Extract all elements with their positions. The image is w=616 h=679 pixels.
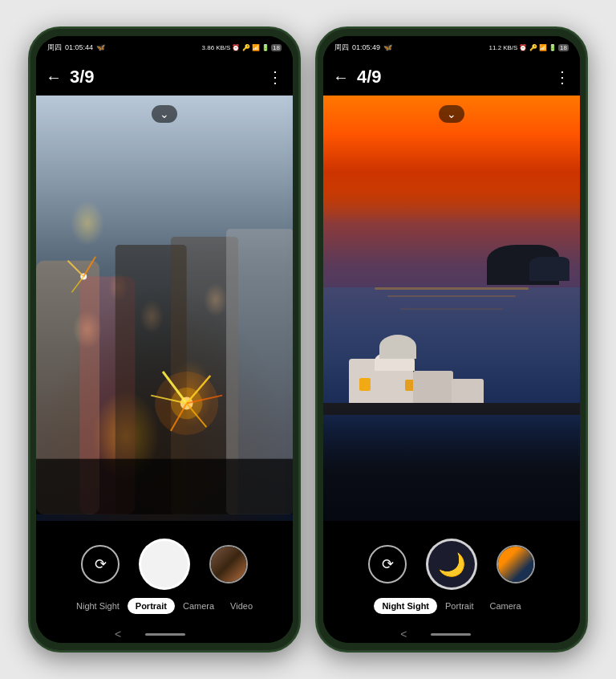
status-right-right: 11.2 KB/S ⏰ 🔑 📶 🔋 18 [489,44,569,51]
time-left: 01:05:44 [65,43,93,51]
more-button-right[interactable]: ⋮ [554,67,570,87]
thumbnail-image-right [498,547,533,582]
data-unit-left: KB/S [216,44,230,51]
notification-count-left: 18 [271,44,282,51]
flip-camera-button-left[interactable]: ⟳ [81,545,120,583]
thumbnail-image-left [211,547,246,582]
top-nav-right: ← 4/9 ⋮ [323,59,580,96]
status-bar-left: 周四 01:05:44 🦋 3.86 KB/S ⏰ 🔑 📶 🔋 18 [36,36,293,59]
back-gesture-right[interactable]: < [400,628,407,640]
svg-rect-18 [36,459,293,514]
photo-sunset [323,96,580,521]
sparkler-svg [36,96,293,521]
status-left-right: 周四 01:05:49 🦋 [334,43,392,53]
camera-controls-left: ⟳ [81,539,248,590]
back-button-right[interactable]: ← [333,68,349,87]
home-line-right[interactable] [431,633,471,636]
data-unit-right: KB/S [503,44,517,51]
home-line-left[interactable] [145,633,185,636]
camera-bottom-left: ⟳ Night Sight Portrait Camera Video [36,521,293,625]
phone-right: 周四 01:05:49 🦋 11.2 KB/S ⏰ 🔑 📶 🔋 18 ← 4/9… [315,26,588,653]
buildings-area [323,319,580,415]
chevron-down-icon: ⌄ [160,108,169,120]
notification-count-right: 18 [558,44,569,51]
photo-sparkler [36,96,293,521]
home-indicator-right: < < [323,625,580,643]
time-right: 01:05:49 [352,43,380,51]
mode-night-sight-left[interactable]: Night Sight [68,598,128,614]
flip-camera-icon: ⟳ [95,555,107,573]
status-right-left: 3.86 KB/S ⏰ 🔑 📶 🔋 18 [202,44,282,51]
moon-icon: 🌙 [438,551,466,578]
home-indicator-left: < □ [36,625,293,643]
top-nav-left: ← 3/9 ⋮ [36,59,293,96]
weekday-right: 周四 [334,43,349,53]
mode-selector-right: Night Sight Portrait Camera [323,598,580,614]
download-button-left[interactable]: ⌄ [152,105,177,123]
back-button-left[interactable]: ← [46,68,62,87]
mode-portrait-left[interactable]: Portrait [128,598,175,614]
camera-bottom-right: ⟳ 🌙 Night Sight Portrait Camera [323,521,580,625]
camera-controls-right: ⟳ 🌙 [368,539,535,590]
back-gesture-left[interactable]: < [115,628,121,640]
weekday-left: 周四 [47,43,62,53]
photo-counter-right: 4/9 [357,67,554,87]
data-speed-left: 3.86 [202,44,215,51]
mode-video-left[interactable]: Video [222,598,261,614]
download-button-right[interactable]: ⌄ [439,105,464,123]
status-icon-left: 🦋 [96,43,105,51]
shutter-button-left[interactable] [139,539,190,590]
data-speed-right: 11.2 [489,44,502,51]
signal-icons-right: ⏰ 🔑 📶 🔋 [519,44,557,51]
photo-counter-left: 3/9 [70,67,267,87]
mode-selector-left: Night Sight Portrait Camera Video [36,598,293,614]
phone-left: 周四 01:05:44 🦋 3.86 KB/S ⏰ 🔑 📶 🔋 18 ← 3/9… [28,26,301,653]
mode-night-sight-right[interactable]: Night Sight [374,598,437,614]
chevron-down-icon-right: ⌄ [447,108,456,120]
shutter-button-right[interactable]: 🌙 [426,539,477,590]
status-icon-right: 🦋 [383,43,392,51]
photo-area-right: ⌄ [323,96,580,521]
signal-icons-left: ⏰ 🔑 📶 🔋 [232,44,270,51]
gallery-thumbnail-left[interactable] [209,545,248,583]
more-button-left[interactable]: ⋮ [267,67,283,87]
status-bar-right: 周四 01:05:49 🦋 11.2 KB/S ⏰ 🔑 📶 🔋 18 [323,36,580,59]
mode-camera-left[interactable]: Camera [175,598,222,614]
flip-camera-icon-right: ⟳ [382,555,394,573]
status-left: 周四 01:05:44 🦋 [47,43,105,53]
photo-area-left: ⌄ [36,96,293,521]
flip-camera-button-right[interactable]: ⟳ [368,545,407,583]
mode-portrait-right[interactable]: Portrait [437,598,481,614]
mode-camera-right[interactable]: Camera [482,598,529,614]
gallery-thumbnail-right[interactable] [496,545,535,583]
